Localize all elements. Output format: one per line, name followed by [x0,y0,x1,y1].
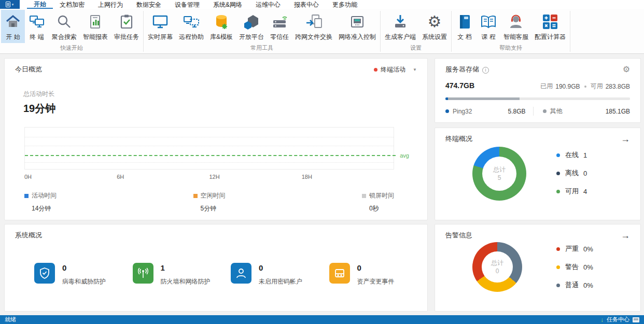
terminal-donut-chart: 总计 5 [472,147,526,201]
approval-task-button[interactable]: 审批任务 [111,10,142,43]
signal-icon [133,263,153,284]
docs-button[interactable]: 文 档 [453,10,477,43]
home-button[interactable]: 开 始 [1,10,25,43]
avg-reference-line [25,155,396,156]
home-icon [5,12,21,31]
legend-active-time: 活动时间 14分钟 [24,191,57,213]
filter-dot-icon [374,68,377,72]
legend-idle-time: 空闲时间 5分钟 [193,191,226,213]
headset-agent-icon [508,12,524,31]
library-template-button[interactable]: 库&模板 [207,10,236,43]
terminal-legend: 在线1 离线0 可用4 [556,150,625,196]
legend-dot [556,153,560,157]
alerts-donut-chart: 总计 0 [472,242,522,292]
search-icon [56,12,73,31]
storage-free-value: 283.8GB [606,83,630,90]
courses-button[interactable]: 课 程 [477,10,500,43]
open-book-icon [480,12,497,31]
tab-report-center[interactable]: 报表中心 [287,0,326,9]
book-icon [457,12,472,31]
remote-monitors-icon [183,12,200,31]
group-label-settings: 设置 [381,43,451,53]
tab-device-mgmt[interactable]: 设备管理 [168,0,206,9]
storage-bar-other [448,97,520,100]
ribbon-group-quick-start: 开 始 终 端 聚合搜索 智能报表 审批任务 [0,9,143,53]
info-icon[interactable]: i [482,67,489,74]
app-menu-icon [6,2,10,7]
arrow-right-icon[interactable]: → [621,232,630,239]
cross-network-exchange-button[interactable]: 跨网文件交换 [292,10,335,43]
network-access-control-button[interactable]: 网络准入控制 [335,10,379,43]
legend-lock-time: 锁屏时间 0秒 [362,191,394,213]
legend-dot [556,247,560,251]
menu-tabs: 开始 文档加密 上网行为 数据安全 设备管理 系统&网络 运维中心 报表中心 更… [27,0,364,9]
smart-report-button[interactable]: 智能报表 [80,10,111,43]
system-overview-card: 系统概况 0病毒和威胁防护 1防火墙和网络防护 0未启用密码帐户 [4,224,428,312]
avg-label: avg [400,152,409,159]
legend-dot [556,284,560,287]
metric-label: 总活动时长 [23,90,427,98]
group-label-common-tools: 常用工具 [144,43,380,53]
smart-support-button[interactable]: 智能客服 [500,10,531,43]
storage-settings-gear-icon[interactable]: ⚙ [623,65,630,74]
database-icon [213,12,230,31]
storage-legend: Ping32 5.8GB 其他 185.1GB [445,107,630,116]
open-platform-button[interactable]: 开放平台 [236,10,267,43]
ribbon-group-settings: 生成客户端 ⚙ 系统设置 设置 [381,9,451,53]
hexagon-icon [243,12,260,31]
stat-password-accounts[interactable]: 0未启用密码帐户 [231,263,329,286]
remote-assist-button[interactable]: 远程协助 [176,10,207,43]
legend-warning: 警告0% [556,262,625,272]
arrow-right-icon[interactable]: → [621,135,630,143]
card-title-storage: 服务器存储i [445,65,489,74]
download-arrow-icon: ↓ [600,316,604,323]
tab-more[interactable]: 更多功能 [326,0,364,9]
system-settings-button[interactable]: ⚙ 系统设置 [419,10,450,43]
tab-ops-center[interactable]: 运维中心 [249,0,287,9]
system-stats: 0病毒和威胁防护 1防火墙和网络防护 0未启用密码帐户 0资产变更事件 [5,263,427,286]
tab-data-security[interactable]: 数据安全 [130,0,168,9]
legend-offline: 离线0 [556,168,625,178]
card-title-terminal: 终端概况 [445,134,472,144]
live-screen-button[interactable]: 实时屏幕 [145,10,176,43]
activity-filter-dropdown[interactable]: 终端活动 ▼ [374,65,417,74]
menu-bar: ▼ 开始 文档加密 上网行为 数据安全 设备管理 系统&网络 运维中心 报表中心… [0,0,644,9]
activity-chart: avg 0H 6H 12H 18H [24,127,394,183]
config-calculator-button[interactable]: 配置计算器 [531,10,569,43]
storage-used-value: 190.9GB [555,83,580,90]
server-storage-card: 服务器存储i ⚙ 474.7GB 已用 190.9GB 可用 283.8GB [435,58,641,123]
x-axis-ticks: 0H 6H 12H 18H [24,173,394,183]
legend-dot [445,109,449,113]
storage-used-label: 已用 [540,82,553,91]
tab-doc-encryption[interactable]: 文档加密 [53,0,91,9]
group-label-help: 帮助支持 [452,43,570,53]
legend-dot [556,172,560,175]
legend-swatch [24,194,29,198]
tab-system-network[interactable]: 系统&网络 [206,0,249,9]
calculator-icon [542,12,558,31]
stat-virus-protection[interactable]: 0病毒和威胁防护 [34,263,133,286]
chevron-down-icon: ▼ [413,67,417,72]
storage-total: 474.7GB [445,81,474,90]
terminal-button[interactable]: 终 端 [25,10,49,43]
user-icon [231,263,251,284]
stat-asset-changes[interactable]: 0资产变更事件 [329,263,428,286]
tab-home[interactable]: 开始 [27,0,53,9]
tab-web-behavior[interactable]: 上网行为 [91,0,130,9]
storage-progress-bar [445,97,630,100]
legend-swatch [193,194,198,198]
stat-firewall-protection[interactable]: 1防火墙和网络防护 [133,263,231,286]
shield-check-icon [34,263,55,284]
legend-online: 在线1 [556,150,625,160]
zero-trust-button[interactable]: 零信任 [267,10,292,43]
monitor-icon [151,12,169,31]
task-panel-icon[interactable] [633,317,639,322]
chevron-down-icon: ▼ [11,3,15,6]
gear-icon: ⚙ [428,12,442,31]
activity-legend: 活动时间 14分钟 空闲时间 5分钟 锁屏时间 0秒 [24,191,394,213]
app-menu-button[interactable]: ▼ [0,0,20,9]
generate-client-button[interactable]: 生成客户端 [382,10,419,43]
aggregate-search-button[interactable]: 聚合搜索 [49,10,80,43]
task-center-button[interactable]: 任务中心 [607,316,629,323]
dashboard: 今日概览 终端活动 ▼ 总活动时长 19分钟 avg [0,54,644,315]
